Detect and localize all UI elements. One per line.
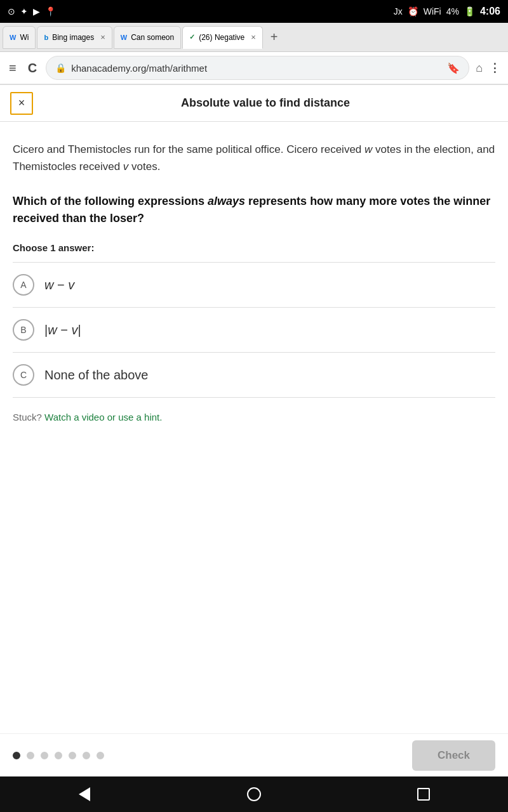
bookmark-icon[interactable]: 🔖 (447, 62, 460, 74)
signal-icon: Jx (394, 6, 403, 16)
settings-icon: ✦ (20, 6, 28, 16)
question-emph: always (208, 195, 245, 207)
status-right-icons: Jx ⏰ WiFi 4% 🔋 4:06 (394, 6, 500, 17)
choose-label: Choose 1 answer: (13, 242, 495, 263)
option-text-a: w − v (44, 278, 74, 292)
battery-label: 4% (446, 6, 459, 16)
video-icon: ▶ (33, 6, 40, 16)
tab-cansomeon-label: Can someon (131, 33, 174, 42)
home-button[interactable]: ⌂ (476, 62, 483, 75)
tab-wi[interactable]: W Wi (3, 26, 36, 49)
option-circle-c: C (13, 364, 34, 386)
close-button[interactable]: × (10, 92, 33, 115)
tab-negative[interactable]: ✓ (26) Negative × (182, 26, 263, 49)
tab-wi-label: Wi (20, 33, 29, 42)
dot-6 (83, 752, 90, 759)
address-bar[interactable]: 🔒 khanacademy.org/math/arithmet 🔖 (46, 56, 469, 80)
back-triangle-icon (79, 787, 90, 801)
option-label-a: A (20, 280, 26, 290)
stuck-link[interactable]: Watch a video or use a hint. (44, 412, 162, 422)
bottom-bar: Check (0, 733, 508, 776)
page-title: Absolute value to find distance (33, 96, 498, 110)
more-button[interactable]: ⋮ (489, 61, 502, 75)
option-label-b: B (20, 325, 26, 335)
back-button[interactable] (65, 782, 104, 807)
dot-3 (41, 752, 48, 759)
browser-tabs: W Wi b Bing images × W Can someon ✓ (26)… (0, 23, 508, 52)
tab-bing-icon: b (44, 34, 48, 41)
refresh-button[interactable]: C (25, 58, 39, 78)
time-display: 4:06 (480, 6, 500, 17)
menu-button[interactable]: ≡ (6, 58, 19, 78)
problem-text-3: votes. (128, 160, 160, 173)
dot-2 (27, 752, 34, 759)
new-tab-button[interactable]: + (264, 30, 284, 44)
page-header: × Absolute value to find distance (0, 85, 508, 122)
tab-negative-label: (26) Negative (199, 33, 244, 42)
address-text: khanacademy.org/math/arithmet (71, 63, 442, 74)
option-circle-b: B (13, 319, 34, 341)
answer-option-a[interactable]: A w − v (13, 263, 495, 308)
lock-icon: 🔒 (55, 63, 66, 73)
recents-square-icon (417, 788, 430, 801)
problem-text: Cicero and Themistocles run for the same… (13, 141, 495, 175)
option-text-c: None of the above (44, 368, 148, 383)
tab-cansomeon-icon: W (121, 34, 127, 41)
dot-1 (13, 752, 20, 759)
home-android-button[interactable] (235, 782, 273, 807)
answer-option-c[interactable]: C None of the above (13, 353, 495, 398)
option-circle-a: A (13, 274, 34, 296)
tab-negative-close[interactable]: × (251, 32, 256, 42)
alarm-icon: ⏰ (408, 6, 418, 16)
status-bar: ⊙ ✦ ▶ 📍 Jx ⏰ WiFi 4% 🔋 4:06 (0, 0, 508, 23)
tab-bing-label: Bing images (52, 33, 94, 42)
clock-icon: ⊙ (8, 6, 15, 16)
home-circle-icon (247, 787, 261, 801)
option-label-c: C (20, 370, 27, 380)
tab-cansomeon[interactable]: W Can someon (114, 26, 181, 49)
wifi-icon: WiFi (424, 6, 441, 16)
dot-4 (55, 752, 62, 759)
status-icons: ⊙ ✦ ▶ 📍 (8, 6, 56, 16)
problem-text-1: Cicero and Themistocles run for the same… (13, 143, 364, 155)
progress-dots (13, 752, 104, 759)
dot-5 (69, 752, 76, 759)
tab-wi-icon: W (10, 34, 16, 41)
battery-icon: 🔋 (464, 6, 475, 16)
location-icon: 📍 (45, 6, 56, 16)
tab-negative-icon: ✓ (189, 33, 195, 41)
nav-bar: ≡ C 🔒 khanacademy.org/math/arithmet 🔖 ⌂ … (0, 52, 508, 85)
android-nav (0, 776, 508, 812)
option-c-text: None of the above (44, 368, 148, 382)
answer-option-b[interactable]: B |w − v| (13, 308, 495, 353)
tab-bing-close[interactable]: × (100, 32, 105, 42)
tab-bing[interactable]: b Bing images × (37, 26, 112, 49)
content-area: Cicero and Themistocles run for the same… (0, 122, 508, 448)
recents-button[interactable] (404, 782, 443, 807)
var-w: w (364, 143, 372, 155)
question-text-1: Which of the following expressions (13, 195, 208, 207)
dot-7 (97, 752, 104, 759)
stuck-prefix: Stuck? (13, 412, 44, 422)
option-text-b: |w − v| (44, 323, 81, 337)
check-button[interactable]: Check (412, 740, 495, 771)
stuck-section: Stuck? Watch a video or use a hint. (13, 398, 495, 435)
question-text: Which of the following expressions alway… (13, 193, 495, 227)
